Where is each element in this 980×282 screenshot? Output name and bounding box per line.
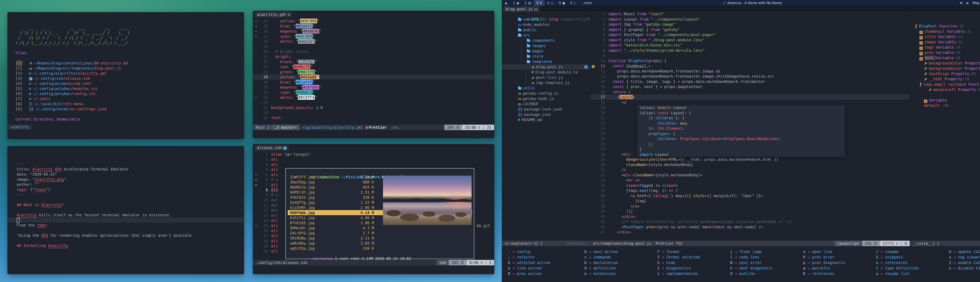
tab-aliases-zsh[interactable]: aliases.zsh>_ [255,145,289,150]
whichkey-binding-quickfix[interactable]: q → quickfix [801,265,874,271]
whichkey-binding-tag-viewer[interactable]: v → tag viewer [947,254,980,260]
whichkey-binding-float-jump[interactable]: j → float jump [728,249,801,254]
whichkey-binding-disable-coc[interactable]: z → disable CoC [947,265,980,271]
startify-entry[interactable]: [1] JS~/Repos/blog/src/templates/blog-po… [16,66,244,71]
outline-item[interactable]: marginLeft Property:36 [910,87,980,92]
tree-item-gatsby-config-js[interactable]: JSgatsby-config.js [502,91,590,96]
whichkey-binding-enable-coc[interactable]: Z → enable CoC [947,260,980,265]
outline-item[interactable]: default :48 [910,103,980,108]
tree-item-images[interactable]: │ images [502,43,590,48]
volume-icon[interactable] [966,1,969,5]
startify-entry[interactable]: [9] {}~/.config/nvim/coc-settings.json [16,107,244,112]
outline-item[interactable]: xthumbnail Variable:11 [910,29,980,34]
workspace-9[interactable]: 9♪ [568,0,579,6]
workspace-8[interactable]: 8● [556,0,568,6]
tree-item-blog-post-js[interactable]: │ JSblog-post.jsi [502,64,590,70]
whichkey-binding-selected-action[interactable]: A → selected action [506,260,582,265]
fm-file-row[interactable]: 24LrDFQ.jpg1.7 M [288,231,472,236]
fm-file-row[interactable]: 9hMxcHr.jpg4.1 M [288,225,472,231]
outline-item[interactable]: backgroundColor Property: [910,61,980,66]
whichkey-binding-references[interactable]: s → references [874,260,947,265]
whichkey-binding-next-error[interactable]: N → next error [728,260,801,265]
outline-item[interactable]: xprev Variable:15 [910,50,980,55]
whichkey-binding-open-link[interactable]: o → open link [801,249,874,254]
wifi-icon[interactable] [959,1,963,5]
outline-item[interactable]: xnext Variable:15 [910,55,980,61]
terminal-aliases-window[interactable]: aliases.zsh>_ 1alias lg='lazygit' 2ali 3… [253,144,494,274]
tree-item-node-modules[interactable]: JSnode_modules [502,22,590,27]
whichkey-binding-update-coc[interactable]: U → update CoC [947,249,980,254]
tree-item-utils[interactable]: utils [502,86,590,91]
whichkey-binding-config[interactable]: . → config [506,249,582,254]
startify-entry[interactable]: [0] ▼~/Repos/blog/content/Linux/06-alacr… [16,61,244,66]
whichkey-binding-refactor[interactable]: ; → refactor [506,254,582,260]
whichkey-binding-commands[interactable]: c → commands [582,254,655,260]
whichkey-binding-declaration[interactable]: D → declaration [582,260,655,265]
tree-item-package-lock-json[interactable]: {}package-lock.json [502,107,590,112]
whichkey-binding-prev-action[interactable]: B → prev action [506,271,582,276]
whichkey-binding-resume-list[interactable]: u → resume list [874,271,947,276]
tree-item-post-list-js[interactable]: │ JSpost-list.js [502,75,590,80]
explorer-root[interactable]: ▾ [FILE]: blog /home/chris/Rep [502,11,590,17]
outline-item[interactable]: xtags Variable:14 [910,45,980,50]
startify-entry[interactable]: [4] ⚙~/.config/picom/picom.conf [16,81,244,86]
outline-item[interactable]: ƒtags.map() callback Functi [910,82,980,87]
whichkey-binding-rename[interactable]: r → rename [874,249,947,254]
outline-item[interactable]: xVariable [910,97,980,103]
whichkey-binding-line-action[interactable]: a → line action [506,265,582,271]
whichkey-binding-outline[interactable]: O → outline [728,271,801,276]
workspace-3[interactable]: 3V [534,0,544,6]
tree-item-blog-post-module-le[interactable]: │ #blog-post.module.le [502,70,590,75]
tree-item-package-json[interactable]: {}package.json [502,112,590,117]
tab-alacritty-yml[interactable]: alacritty.yml⚙ [255,12,292,17]
workspace-2[interactable]: 2▤ [522,0,534,6]
whichkey-binding-extensions[interactable]: e → extensions [582,271,655,276]
tree-item-templates[interactable]: └ templates [502,59,590,64]
outline-item[interactable]: backgroundColor Property: [910,66,980,71]
workspace-4[interactable]: 4▢ [544,0,556,6]
tree-item-license[interactable]: LICENSE [502,101,590,107]
tab-blog-post-js[interactable]: blog-post.jsJS [503,6,539,12]
fm-file-row[interactable]: aghr5Ip.jpg249 K [288,246,472,251]
whichkey-binding-hide[interactable]: h → hide [655,260,728,265]
tree-item-public[interactable]: public [502,27,590,32]
whichkey-binding-implementation[interactable]: i → implementation [655,271,728,276]
polybar-music[interactable]: ♪ America - A Horse with No Name [723,1,782,5]
tree-item-content[interactable]: content [502,17,590,22]
tree-item-gatsby-node-js[interactable]: JSgatsby-node.js [502,96,590,101]
tree-item-pages[interactable]: │ pages [502,48,590,54]
file-manager-float[interactable]: chris@machine ~/Pics/wallpapers/6QbF0pb.… [285,168,474,259]
outline-item[interactable]: textAlign Property:25 [910,71,980,76]
startify-entry[interactable]: [5] ⚙~/.config/polybar/modules.ini [16,86,244,91]
tree-item-readme-md[interactable]: ▼README.md [502,117,590,123]
whichkey-binding-next-diagnostic[interactable]: n → next diagnostic [728,265,801,271]
outline-item[interactable]: ximage Variable:14 [910,40,980,45]
tree-item-style[interactable]: │ style [502,54,590,59]
whichkey-binding-next-action[interactable]: b → next action [582,249,655,254]
tree-item-src[interactable]: src [502,32,590,38]
outline-item[interactable]: __html Property:29 [910,76,980,82]
fm-file-row[interactable]: 30iNVBw.jpg3.11 M [288,236,472,241]
whichkey-binding-prev-error[interactable]: P → prev error [801,254,874,260]
startify-entry[interactable]: [2] ⚙~/.config/alacritty/alacritty.yml [16,71,244,76]
fm-file-row[interactable]: ad6v9Oy.jpg3.05 M [288,241,472,246]
code-editor-pane[interactable]: 1import React from "react" 2import Layou… [590,11,910,241]
whichkey-binding-diagnostics[interactable]: I → diagnostics [655,265,728,271]
whichkey-binding-format-selected[interactable]: f → format selected [655,254,728,260]
workspace-1[interactable]: 1◉ [511,0,522,6]
whichkey-binding-definition[interactable]: d → definition [582,265,655,271]
arch-logo-icon[interactable] [502,1,511,5]
whichkey-binding-code-lens[interactable]: l → code lens [728,254,801,260]
whichkey-binding-snippets[interactable]: S → snippets [874,254,947,260]
whichkey-binding-type-definition[interactable]: t → type definition [874,265,947,271]
whichkey-binding-references[interactable]: R → references [801,271,874,276]
whichkey-binding-prev-diagnostic[interactable]: p → prev diagnostic [801,260,874,265]
outline-item[interactable]: xtitle Variable:14 [910,34,980,40]
terminal-alacritty-yml-window[interactable]: alacritty.yml⚙ ~14 yellow: "#EBCB8B"~15 … [253,11,494,138]
startify-entry[interactable]: [3] >_~/.config/zsh/aliases.zsh [16,76,244,81]
outline-item[interactable]: ƒBlogPost Function:10 [910,24,980,29]
tree-item-tag-template-js[interactable]: └ JStag-template.js [502,80,590,86]
startify-entry[interactable]: [6] ⚙~/.config/polybar/config.ini [16,91,244,96]
tree-item-components[interactable]: │ components [502,38,590,43]
whichkey-binding-format[interactable]: F → format [655,249,728,254]
